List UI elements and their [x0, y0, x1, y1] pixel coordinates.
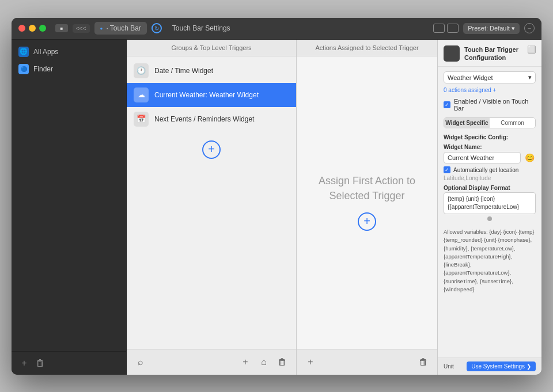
- slider-dot: [487, 216, 492, 221]
- actions-count-label: 0 actions assigned +: [438, 86, 541, 96]
- tab-common[interactable]: Common: [490, 118, 535, 128]
- slider-row: [444, 214, 536, 223]
- tb-preview-icon: [444, 45, 460, 62]
- events-icon: 📅: [134, 112, 149, 127]
- auto-location-row: Automatically get location: [444, 166, 536, 173]
- config-header: Touch Bar Trigger Configuration ⬜: [438, 40, 541, 67]
- datetime-label: Date / Time Widget: [154, 67, 213, 75]
- group-list: 🕐 Date / Time Widget ☁ Current Weather: …: [127, 56, 296, 349]
- tab-dot: ●: [100, 26, 103, 31]
- format-box[interactable]: {temp} {unit} {icon} {{apparentTemperatu…: [444, 192, 536, 214]
- titlebar: ■ <<< ● · Touch Bar ↻ Touch Bar Settings…: [12, 18, 541, 40]
- sidebar: 🌐 All Apps 🔵 Finder + 🗑: [12, 40, 127, 375]
- allowed-vars-text: Allowed variables: {day} {icon} {temp} {…: [438, 226, 541, 297]
- groups-search-button[interactable]: ⌕: [134, 355, 147, 369]
- groups-footer: ⌕ + ⌂ 🗑: [127, 349, 296, 375]
- config-title: Touch Bar Trigger Configuration: [464, 45, 523, 62]
- section-title: Widget Specific Config:: [444, 134, 536, 140]
- widget-name-input[interactable]: Current Weather: [444, 152, 521, 163]
- groups-delete-button[interactable]: 🗑: [275, 355, 289, 369]
- widget-specific-section: Widget Specific Config: Widget Name: Cur…: [438, 131, 541, 226]
- preset-button[interactable]: Preset: Default ▾: [463, 23, 520, 34]
- add-trigger-area: +: [127, 131, 296, 168]
- minimize-button[interactable]: [29, 25, 36, 32]
- sidebar-add-button[interactable]: +: [18, 357, 30, 369]
- actions-delete-button[interactable]: 🗑: [416, 355, 430, 369]
- enabled-checkbox-row: Enabled / Visible on Touch Bar: [438, 96, 541, 114]
- allapps-label: All Apps: [33, 48, 58, 56]
- close-circle-icon[interactable]: −: [524, 23, 535, 33]
- widget-dropdown[interactable]: Weather Widget ▾: [444, 71, 536, 83]
- tab-settings-label: Touch Bar Settings: [172, 24, 230, 32]
- weather-label: Current Weather: Weather Widget: [154, 91, 259, 99]
- groups-panel: Groups & Top Level Triggers 🕐 Date / Tim…: [127, 40, 297, 375]
- use-system-settings-button[interactable]: Use System Settings ❯: [467, 361, 536, 371]
- main-content: 🌐 All Apps 🔵 Finder + 🗑 Groups & Top Lev…: [12, 40, 541, 375]
- sidebar-items-list: 🌐 All Apps 🔵 Finder: [12, 40, 126, 351]
- tab-widget-specific[interactable]: Widget Specific: [444, 118, 490, 128]
- tab-touchbar[interactable]: ● · Touch Bar: [94, 22, 147, 35]
- actions-add-button[interactable]: +: [304, 355, 317, 369]
- chevron-right-icon: ❯: [527, 363, 531, 370]
- chevron-down-icon: ▾: [528, 74, 532, 81]
- unit-label: Unit: [444, 363, 454, 370]
- events-label: Next Events / Reminders Widget: [154, 115, 254, 123]
- allapps-icon: 🌐: [18, 47, 29, 57]
- format-value: {temp} {unit} {icon} {{apparentTemperatu…: [448, 196, 519, 210]
- assign-text: Assign First Action to Selected Trigger: [319, 174, 415, 203]
- actions-footer: + 🗑: [297, 349, 437, 375]
- titlebar-right: Preset: Default ▾ −: [433, 23, 535, 34]
- groups-add-button[interactable]: +: [238, 355, 252, 369]
- enabled-label: Enabled / Visible on Touch Bar: [454, 98, 536, 112]
- maximize-button[interactable]: [39, 25, 46, 32]
- actions-count-text[interactable]: 0 actions assigned +: [444, 87, 496, 93]
- group-item-datetime[interactable]: 🕐 Date / Time Widget: [127, 59, 296, 83]
- system-settings-area: Use System Settings ❯: [456, 361, 536, 371]
- actions-panel: Actions Assigned to Selected Trigger Ass…: [297, 40, 438, 375]
- sync-icon[interactable]: ↻: [151, 23, 162, 33]
- config-panel: Touch Bar Trigger Configuration ⬜ Weathe…: [438, 40, 541, 375]
- group-item-weather[interactable]: ☁ Current Weather: Weather Widget: [127, 83, 296, 107]
- layout-icons: [433, 24, 459, 33]
- emoji-button[interactable]: 😊: [523, 151, 536, 164]
- widget-name-label: Widget Name:: [444, 144, 536, 150]
- groups-header: Groups & Top Level Triggers: [127, 40, 296, 56]
- list-icon[interactable]: [447, 24, 459, 33]
- nav-arrows[interactable]: <<<: [73, 24, 90, 33]
- groups-folder-button[interactable]: ⌂: [257, 355, 271, 369]
- optional-display-label: Optional Display Format: [444, 185, 536, 191]
- add-trigger-button[interactable]: +: [202, 140, 221, 159]
- touchbar-icon: ■: [55, 24, 68, 32]
- datetime-icon: 🕐: [134, 63, 149, 78]
- auto-location-checkbox[interactable]: [444, 166, 450, 173]
- grid-icon[interactable]: [433, 24, 445, 33]
- auto-location-label: Automatically get location: [453, 167, 518, 173]
- sidebar-item-finder[interactable]: 🔵 Finder: [12, 60, 126, 78]
- widget-selector: Weather Widget ▾: [444, 71, 536, 83]
- enabled-checkbox[interactable]: [444, 101, 450, 108]
- sidebar-footer: + 🗑: [12, 351, 126, 375]
- weather-icon: ☁: [134, 87, 149, 102]
- tab-row: Widget Specific Common: [444, 117, 536, 128]
- main-window: ■ <<< ● · Touch Bar ↻ Touch Bar Settings…: [12, 18, 541, 375]
- tab-touchbar-label: · Touch Bar: [106, 24, 141, 32]
- actions-header: Actions Assigned to Selected Trigger: [297, 40, 437, 56]
- lat-lon-label: Latitude,Longitude: [444, 175, 536, 181]
- finder-icon: 🔵: [18, 64, 29, 74]
- widget-name-input-row: Current Weather 😊: [444, 151, 536, 164]
- actions-content: Assign First Action to Selected Trigger …: [297, 56, 437, 349]
- add-action-button[interactable]: +: [358, 212, 376, 231]
- bottom-bar: Unit Use System Settings ❯: [438, 357, 541, 375]
- group-item-events[interactable]: 📅 Next Events / Reminders Widget: [127, 107, 296, 131]
- sidebar-item-allapps[interactable]: 🌐 All Apps: [12, 43, 126, 60]
- traffic-lights: [18, 25, 46, 32]
- tab-settings[interactable]: Touch Bar Settings: [166, 22, 236, 35]
- resize-button[interactable]: ⬜: [528, 45, 536, 54]
- close-button[interactable]: [18, 25, 25, 32]
- finder-label: Finder: [33, 65, 53, 73]
- sidebar-delete-button[interactable]: 🗑: [35, 357, 46, 369]
